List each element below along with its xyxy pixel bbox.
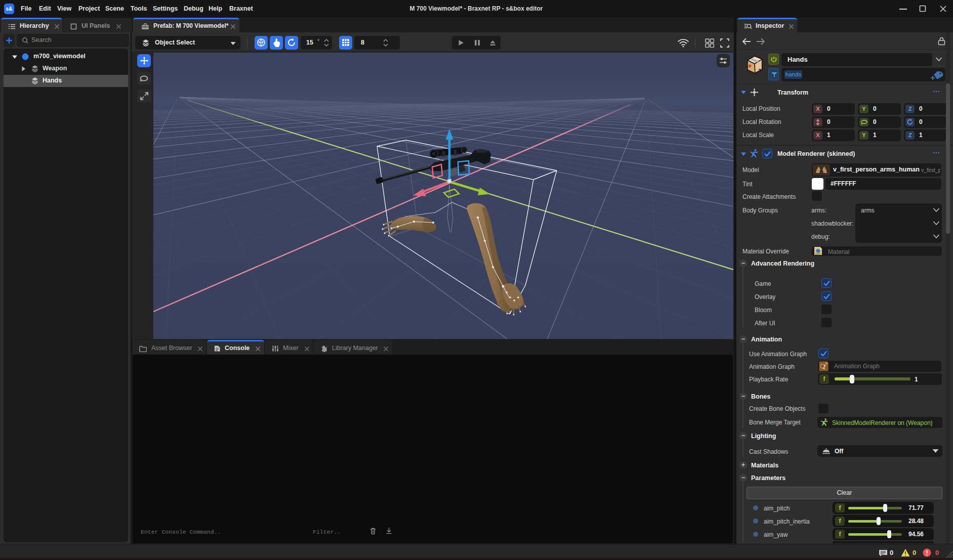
svg-text:VMAT: VMAT bbox=[815, 253, 821, 255]
